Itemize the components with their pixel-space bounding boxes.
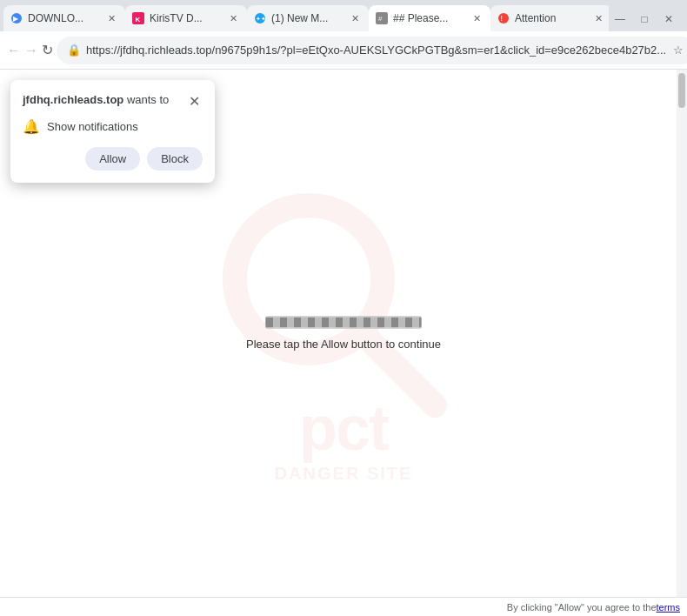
tab-5-title: Attention [515,12,586,24]
tab-2[interactable]: K KirisTV D... ✕ [125,5,247,31]
popup-close-button[interactable]: ✕ [185,92,203,110]
forward-icon: → [24,43,38,58]
watermark-sub-text: DANGER SITE [275,464,413,484]
permission-label: Show notifications [47,120,138,133]
close-button[interactable]: ✕ [657,10,680,28]
url-text: https://jfdhq.richleads.top/n9675p9h1s/?… [86,44,666,57]
popup-title-suffix: wants to [123,93,169,106]
tab-4-close[interactable]: ✕ [470,11,484,25]
back-button[interactable]: ← [7,37,21,64]
scrollbar-thumb[interactable] [678,73,685,108]
tab-3-favicon: ✦✦ [254,12,266,24]
tab-1-close[interactable]: ✕ [104,11,118,25]
tab-1-favicon: ▶ [10,12,23,24]
svg-text:#: # [378,15,383,23]
toolbar: ← → ↻ 🔒 https://jfdhq.richleads.top/n967… [0,31,687,70]
reload-button[interactable]: ↻ [42,37,53,64]
svg-text:K: K [136,16,141,23]
tab-bar: ▶ DOWNLO... ✕ K KirisTV D... ✕ ✦✦ (1) Ne… [0,0,687,31]
minimize-button[interactable]: — [609,10,631,28]
terms-link[interactable]: terms [657,602,681,613]
notification-popup: jfdhq.richleads.top wants to ✕ 🔔 Show no… [10,80,215,183]
bell-icon: 🔔 [23,118,40,135]
maximize-button[interactable]: □ [633,10,656,28]
forward-button[interactable]: → [24,37,38,64]
watermark-brand-text: pct [299,392,388,464]
bottom-bar: By clicking "Allow" you agree to the ter… [0,597,687,616]
tab-2-close[interactable]: ✕ [226,11,240,25]
popup-header: jfdhq.richleads.top wants to ✕ [23,92,203,110]
tab-3-close[interactable]: ✕ [348,11,362,25]
svg-text:✦✦: ✦✦ [256,16,266,22]
progress-bar-fill [266,318,421,328]
svg-text:!: ! [501,14,504,23]
progress-text: Please tap the Allow button to continue [246,338,441,351]
svg-text:▶: ▶ [13,15,19,23]
tab-4-title: ## Please... [393,12,464,24]
allow-button[interactable]: Allow [85,147,140,171]
popup-title: jfdhq.richleads.top wants to [23,92,169,108]
tab-1[interactable]: ▶ DOWNLO... ✕ [3,5,125,31]
tab-5-close[interactable]: ✕ [591,11,605,25]
page-center-content: Please tap the Allow button to continue [246,317,441,351]
block-button[interactable]: Block [147,147,203,171]
tab-3[interactable]: ✦✦ (1) New M... ✕ [247,5,369,31]
tab-5[interactable]: ! Attention ✕ [490,5,609,31]
browser-window: ▶ DOWNLO... ✕ K KirisTV D... ✕ ✦✦ (1) Ne… [0,0,687,616]
tab-1-title: DOWNLO... [28,12,99,24]
tab-3-title: (1) New M... [271,12,343,24]
back-icon: ← [7,43,21,58]
popup-buttons: Allow Block [23,147,203,171]
reload-icon: ↻ [42,42,53,58]
tab-2-title: KirisTV D... [150,12,221,24]
popup-permission-row: 🔔 Show notifications [23,118,203,135]
close-icon: ✕ [189,93,200,110]
address-bar[interactable]: 🔒 https://jfdhq.richleads.top/n9675p9h1s… [57,37,687,64]
tab-5-favicon: ! [497,12,510,24]
scrollbar[interactable] [677,70,687,597]
bookmark-star-icon[interactable]: ☆ [671,44,685,57]
tab-4-favicon: # [376,12,388,24]
progress-bar-container [265,317,422,329]
tab-4[interactable]: # ## Please... ✕ [369,5,490,31]
tabs-container: ▶ DOWNLO... ✕ K KirisTV D... ✕ ✦✦ (1) Ne… [3,5,609,31]
bottom-bar-text: By clicking "Allow" you agree to the [507,602,657,613]
lock-icon: 🔒 [67,44,81,57]
page-content: pct DANGER SITE Please tap the Allow but… [0,70,687,597]
watermark-logo [204,184,483,427]
window-controls: — □ ✕ [609,10,684,31]
tab-2-favicon: K [132,12,144,24]
popup-domain: jfdhq.richleads.top [23,93,123,106]
